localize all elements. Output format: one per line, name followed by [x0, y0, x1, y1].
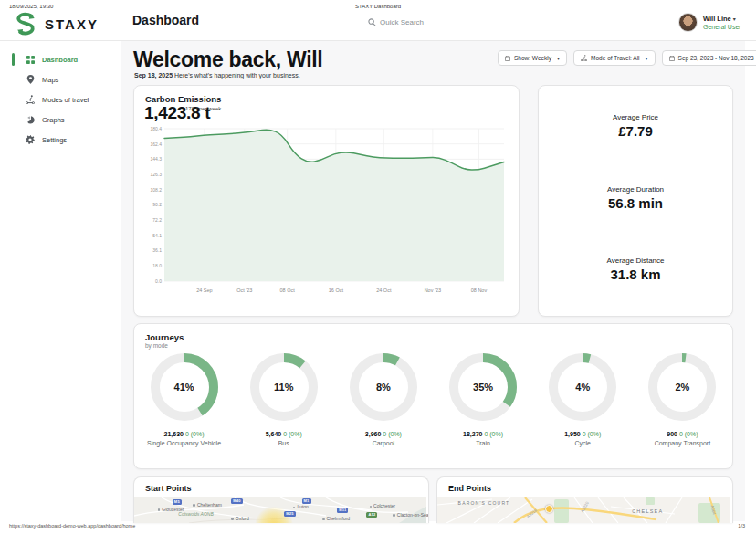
journeys-subtitle: by mode	[145, 342, 168, 349]
print-doc-title: STAXY Dashboard	[0, 4, 756, 9]
averages-card: Average Price £7.79 Average Duration 56.…	[538, 85, 733, 317]
calendar-icon	[669, 56, 675, 61]
average-distance-value: 31.8 km	[539, 267, 732, 282]
journey-mode-single-occupancy-vehicle: 41% 21,630 0 (0%) Single Occupancy Vehic…	[134, 351, 234, 446]
filter-label: Show: Weekly	[514, 55, 551, 61]
search-icon	[368, 18, 376, 26]
staxy-logo[interactable]: STAXY	[12, 10, 99, 37]
journey-delta: 0 (0%)	[185, 431, 205, 437]
donut-percent: 35%	[447, 351, 519, 423]
map-pin-icon	[26, 75, 35, 84]
journey-mode-label: Company Transport	[655, 440, 710, 446]
filter-label: Mode of Travel: All	[591, 55, 639, 61]
sidebar-item-dashboard[interactable]: Dashboard	[0, 49, 120, 69]
map-town-label: Luton	[297, 504, 309, 509]
page-title: Dashboard	[132, 13, 199, 27]
donut-chart: 41%	[149, 351, 220, 423]
journey-count: 1,950	[564, 431, 581, 437]
journey-count: 900	[667, 431, 677, 437]
svg-text:162.4: 162.4	[150, 141, 162, 147]
pie-chart-icon	[26, 115, 35, 124]
filter-label: Sep 23, 2023 - Nov 18, 2023	[678, 55, 754, 61]
journey-mode-company-transport: 2% 900 0 (0%) Company Transport	[633, 351, 732, 446]
journey-delta: 0 (0%)	[283, 431, 302, 437]
journey-delta: 0 (0%)	[583, 431, 602, 437]
welcome-date: Sep 18, 2025	[134, 72, 173, 79]
scooter-icon	[26, 95, 35, 104]
average-price-label: Average Price	[539, 113, 732, 121]
svg-text:108.2: 108.2	[150, 187, 162, 193]
filter-bar: Show: Weekly ▾ Mode of Travel: All ▾ Sep…	[498, 50, 756, 66]
donut-chart: 2%	[646, 351, 718, 423]
sidebar-item-maps[interactable]: Maps	[0, 69, 120, 89]
end-points-title: End Points	[448, 484, 491, 493]
sidebar-item-settings[interactable]: Settings	[0, 130, 120, 150]
avatar[interactable]	[678, 13, 698, 32]
start-points-card: Start Points Gloucester Cheltenham Cotsw…	[133, 476, 429, 523]
chevron-down-icon: ▾	[557, 55, 560, 61]
user-menu[interactable]: Will Line ▾ General User	[678, 13, 741, 32]
svg-text:Nov '23: Nov '23	[425, 288, 441, 293]
motorway-shield: M5	[173, 499, 182, 505]
svg-text:18.0: 18.0	[152, 263, 162, 268]
svg-text:24 Oct: 24 Oct	[376, 288, 392, 293]
donut-chart: 8%	[348, 351, 419, 423]
date-range-filter[interactable]: Sep 23, 2023 - Nov 18, 2023 ▾	[662, 50, 756, 66]
chevron-down-icon: ▾	[646, 55, 648, 61]
welcome-subtitle: Here's what's happening with your busine…	[174, 72, 300, 79]
end-points-card: End Points BARON'S COURT	[436, 476, 733, 523]
mode-of-travel-filter[interactable]: Mode of Travel: All ▾	[573, 50, 656, 66]
svg-text:90.2: 90.2	[152, 202, 162, 207]
sidebar-item-modes-of-travel[interactable]: Modes of travel	[0, 89, 120, 110]
a-road-shield: A12	[366, 512, 377, 518]
start-points-title: Start Points	[145, 484, 192, 493]
map-town-label: Clacton-on-Sea	[397, 512, 428, 518]
journey-mode-carpool: 8% 3,960 0 (0%) Carpool	[333, 351, 433, 446]
emissions-line-chart: 180.4162.4144.3126.3108.290.272.254.136.…	[140, 124, 512, 305]
motorway-shield: M11	[337, 508, 348, 513]
svg-text:126.3: 126.3	[150, 172, 162, 177]
staxy-logo-icon	[12, 10, 39, 37]
sidebar-item-label: Dashboard	[42, 56, 78, 64]
journey-delta: 0 (0%)	[679, 431, 698, 437]
sidebar-item-label: Maps	[42, 76, 58, 84]
journey-count: 18,270	[463, 431, 482, 437]
map-town-label: Chelmsford	[327, 516, 351, 521]
motorway-shield: M1	[302, 498, 311, 504]
user-role: General User	[703, 24, 741, 30]
sidebar-item-label: Graphs	[42, 116, 65, 124]
show-frequency-filter[interactable]: Show: Weekly ▾	[498, 50, 567, 66]
sidebar-item-label: Settings	[42, 136, 67, 144]
donut-percent: 11%	[248, 351, 320, 423]
print-page-number: 1/3	[738, 523, 745, 529]
gear-icon	[26, 135, 35, 144]
journey-mode-label: Single Occupancy Vehicle	[147, 440, 221, 446]
svg-text:180.4: 180.4	[150, 126, 162, 131]
svg-text:Oct '23: Oct '23	[236, 288, 252, 293]
journeys-title: Journeys	[145, 332, 184, 342]
journey-mode-label: Cycle	[574, 440, 591, 446]
sidebar-item-graphs[interactable]: Graphs	[0, 110, 120, 130]
journeys-card: Journeys by mode 41% 21,630 0 (0%) Singl…	[133, 323, 733, 469]
svg-text:24 Sep: 24 Sep	[196, 288, 212, 293]
end-points-map[interactable]: BARON'S COURT CHELSEA A3218 A3220 A304	[437, 497, 732, 523]
user-name: Will Line	[703, 15, 731, 23]
donut-percent: 2%	[646, 351, 718, 423]
donut-chart: 11%	[248, 351, 320, 423]
start-points-map[interactable]: Gloucester Cheltenham Cotswolds AONB Oxf…	[134, 497, 428, 523]
svg-text:36.1: 36.1	[152, 247, 162, 253]
journey-mode-cycle: 4% 1,950 0 (0%) Cycle	[533, 351, 633, 446]
map-town-label: Cheltenham	[197, 502, 222, 508]
brand-name: STAXY	[45, 16, 99, 32]
motorway-shield: M40	[231, 498, 242, 504]
journey-mode-label: Bus	[278, 440, 289, 446]
journey-mode-label: Train	[476, 440, 490, 446]
journey-delta: 0 (0%)	[383, 431, 402, 437]
carbon-emissions-card: Carbon Emissions 1,423.8 t 178 t per wee…	[133, 85, 520, 317]
svg-text:72.2: 72.2	[152, 217, 162, 223]
quick-search[interactable]: Quick Search	[368, 18, 424, 26]
journey-count: 3,960	[365, 431, 382, 437]
district-label: CHELSEA	[632, 508, 663, 514]
journey-mode-label: Carpool	[373, 440, 395, 446]
map-town-label: Oxford	[236, 516, 249, 521]
